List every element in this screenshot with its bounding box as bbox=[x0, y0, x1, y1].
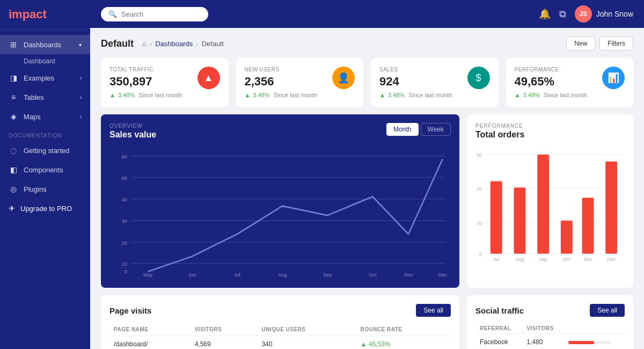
sidebar: impact ⊞ Dashboards ▾ Dashboard ◨ Exampl… bbox=[0, 0, 90, 349]
cell-visitors: 4,569 bbox=[191, 336, 258, 350]
stat-info: TOTAL TRAFFIC 350,897 ▲ 3.48% Since last… bbox=[109, 67, 182, 98]
orders-chart-title: Total orders bbox=[475, 130, 625, 140]
components-icon: ◧ bbox=[9, 165, 18, 174]
sidebar-item-components[interactable]: ◧ Components bbox=[0, 160, 90, 179]
chart-toggle: Month Week bbox=[386, 123, 451, 136]
stat-label: NEW USERS bbox=[245, 67, 318, 72]
sidebar-item-dashboard[interactable]: Dashboard bbox=[24, 54, 90, 68]
overview-label: OVERVIEW bbox=[109, 123, 156, 129]
svg-text:40: 40 bbox=[122, 197, 127, 202]
documentation-section-label: DOCUMENTATION bbox=[0, 126, 90, 141]
maps-icon: ◈ bbox=[9, 112, 18, 121]
dashboards-icon: ⊞ bbox=[9, 40, 18, 49]
social-table-row: Facebook 1,480 bbox=[475, 334, 625, 350]
topbar: 🔍 🔔 ⧉ JS John Snow bbox=[90, 0, 644, 28]
sidebar-item-plugins[interactable]: ◎ Plugins bbox=[0, 179, 90, 199]
charts-row: OVERVIEW Sales value Month Week bbox=[101, 114, 633, 288]
search-input[interactable] bbox=[121, 10, 201, 18]
svg-text:30: 30 bbox=[122, 218, 127, 224]
new-button[interactable]: New bbox=[566, 37, 595, 50]
stat-change: ▲ 3.48% Since last month bbox=[515, 92, 588, 98]
page-visits-table: PAGE NAME VISITORS UNIQUE USERS BOUNCE R… bbox=[109, 323, 451, 349]
social-traffic-header: Social traffic See all bbox=[475, 304, 625, 317]
examples-icon: ◨ bbox=[9, 73, 18, 83]
user-name: John Snow bbox=[596, 10, 633, 18]
avatar: JS bbox=[575, 5, 592, 23]
stat-value: 49,65% bbox=[515, 75, 588, 89]
user-menu[interactable]: JS John Snow bbox=[575, 5, 633, 23]
up-arrow-icon: ▲ bbox=[109, 92, 115, 98]
svg-text:Oct: Oct bbox=[369, 271, 377, 277]
svg-text:Dec: Dec bbox=[438, 271, 447, 277]
up-trend-icon: ▲ bbox=[360, 340, 367, 348]
chevron-right-icon: › bbox=[80, 75, 82, 81]
sidebar-item-label: Getting started bbox=[24, 147, 69, 155]
svg-rect-34 bbox=[605, 162, 617, 254]
sidebar-item-tables[interactable]: ≡ Tables › bbox=[0, 88, 90, 107]
stat-change: ▲ 3.48% Since last month bbox=[245, 92, 318, 98]
bottom-row: Page visits See all PAGE NAME VISITORS U… bbox=[101, 295, 633, 349]
stat-info: NEW USERS 2,356 ▲ 3.48% Since last month bbox=[245, 67, 318, 98]
search-box[interactable]: 🔍 bbox=[101, 7, 208, 21]
search-icon: 🔍 bbox=[108, 10, 117, 18]
svg-rect-32 bbox=[561, 221, 573, 254]
svg-rect-31 bbox=[537, 155, 549, 254]
social-traffic-card: Social traffic See all REFERRAL VISITORS… bbox=[467, 295, 633, 349]
bar-chart-area: 30 20 10 0 bbox=[475, 146, 625, 275]
chart-header-left: OVERVIEW Sales value bbox=[109, 123, 156, 146]
svg-text:Sep: Sep bbox=[323, 271, 332, 277]
progress-bar-fill bbox=[568, 341, 594, 344]
home-icon: ⌂ bbox=[142, 40, 147, 48]
stat-card-sales: SALES 924 ▲ 3.48% Since last month $ bbox=[371, 58, 499, 107]
col-unique-users: UNIQUE USERS bbox=[257, 323, 356, 336]
page-title: Default bbox=[101, 38, 134, 49]
toggle-week-button[interactable]: Week bbox=[421, 123, 451, 136]
bar-chart-svg: 30 20 10 0 bbox=[475, 146, 625, 275]
stats-grid: TOTAL TRAFFIC 350,897 ▲ 3.48% Since last… bbox=[101, 58, 633, 107]
filters-button[interactable]: Filters bbox=[599, 37, 633, 50]
breadcrumb: Default ⌂ › Dashboards › Default bbox=[101, 38, 224, 49]
svg-text:10: 10 bbox=[122, 261, 127, 267]
chevron-down-icon: ▾ bbox=[79, 42, 82, 48]
page-visits-see-all-button[interactable]: See all bbox=[416, 304, 451, 317]
stat-icon-users: 👤 bbox=[332, 67, 355, 89]
stat-value: 924 bbox=[379, 75, 452, 89]
sidebar-nav: ⊞ Dashboards ▾ Dashboard ◨ Examples › ≡ … bbox=[0, 30, 90, 349]
svg-rect-30 bbox=[514, 187, 525, 253]
svg-text:60: 60 bbox=[122, 154, 127, 159]
orders-chart-card: PERFORMANCE Total orders 30 20 10 0 bbox=[467, 114, 633, 288]
upgrade-to-pro-button[interactable]: ✈ Upgrade to PRO bbox=[0, 199, 90, 218]
sidebar-item-dashboards[interactable]: ⊞ Dashboards ▾ bbox=[0, 35, 90, 54]
sales-chart-title: Sales value bbox=[109, 130, 156, 140]
toggle-month-button[interactable]: Month bbox=[386, 123, 418, 136]
svg-text:Sep: Sep bbox=[539, 257, 547, 262]
svg-text:Nov: Nov bbox=[404, 271, 413, 277]
notification-icon[interactable]: 🔔 bbox=[539, 8, 551, 20]
up-arrow-icon: ▲ bbox=[245, 92, 251, 98]
svg-text:Dec: Dec bbox=[607, 257, 616, 262]
svg-text:Jul: Jul bbox=[234, 271, 240, 277]
sidebar-item-label: Examples bbox=[24, 74, 54, 82]
cell-referral: Facebook bbox=[475, 334, 522, 350]
line-chart-area: 60 50 40 30 20 10 0 May Jun Jul Aug Sep … bbox=[109, 150, 451, 279]
page-visits-header: Page visits See all bbox=[109, 304, 451, 317]
social-traffic-table: REFERRAL VISITORS Facebook 1,480 bbox=[475, 323, 625, 349]
svg-text:Nov: Nov bbox=[584, 257, 592, 262]
cell-page: /dashboard/ bbox=[109, 336, 191, 350]
progress-bar-wrap bbox=[568, 341, 611, 344]
stat-icon-traffic: ▲ bbox=[197, 67, 220, 89]
cell-bounce: ▲ 46,53% bbox=[356, 336, 451, 350]
stat-label: SALES bbox=[379, 67, 452, 72]
up-arrow-icon: ▲ bbox=[379, 92, 385, 98]
settings-icon[interactable]: ⧉ bbox=[559, 9, 566, 20]
sidebar-item-label: Components bbox=[24, 166, 63, 174]
svg-text:Aug: Aug bbox=[515, 257, 524, 262]
sidebar-item-maps[interactable]: ◈ Maps › bbox=[0, 107, 90, 126]
svg-text:0: 0 bbox=[125, 268, 127, 274]
breadcrumb-actions: New Filters bbox=[566, 37, 633, 50]
sidebar-item-examples[interactable]: ◨ Examples › bbox=[0, 68, 90, 88]
breadcrumb-dashboards[interactable]: Dashboards bbox=[155, 40, 193, 48]
sidebar-item-getting-started[interactable]: ◌ Getting started bbox=[0, 141, 90, 160]
social-see-all-button[interactable]: See all bbox=[590, 304, 625, 317]
col-visitors: VISITORS bbox=[522, 323, 564, 334]
